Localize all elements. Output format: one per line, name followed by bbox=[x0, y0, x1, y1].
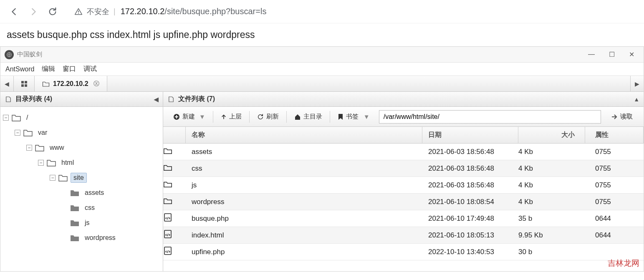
address-bar[interactable]: 不安全 | 172.20.10.2/site/busque.php?buscar… bbox=[74, 7, 636, 17]
svg-rect-6 bbox=[25, 84, 27, 87]
tab-close-icon[interactable]: ⓧ bbox=[93, 80, 99, 88]
file-attr: 0644 bbox=[585, 214, 644, 223]
collapse-left-icon[interactable]: ◀ bbox=[154, 96, 159, 103]
tree-node[interactable]: −html bbox=[3, 155, 160, 170]
tab-label: 172.20.10.2 bbox=[53, 80, 88, 88]
home-icon bbox=[294, 114, 301, 120]
file-date: 2021-06-10 18:05:13 bbox=[422, 231, 518, 240]
read-button[interactable]: 读取 bbox=[605, 110, 639, 123]
table-row[interactable]: index.html2021-06-10 18:05:139.95 Kb0644 bbox=[163, 227, 644, 244]
file-icon bbox=[5, 96, 12, 103]
file-toolbar: 新建 ▼ 上层 刷新 主目录 bbox=[163, 107, 644, 127]
folder-icon bbox=[163, 179, 186, 191]
file-size: 4 Kb bbox=[518, 164, 585, 173]
directory-tree[interactable]: −/−var−www−html−siteassetscssjswordpress bbox=[0, 107, 163, 271]
menu-window[interactable]: 窗口 bbox=[63, 65, 76, 73]
col-size[interactable]: 大小 bbox=[518, 127, 585, 143]
file-attr: 0755 bbox=[585, 164, 644, 173]
tree-node[interactable]: wordpress bbox=[3, 230, 160, 245]
table-row[interactable]: css2021-06-03 18:56:484 Kb0755 bbox=[163, 160, 644, 177]
bookmark-button[interactable]: 书签 ▼ bbox=[333, 110, 375, 123]
warning-triangle-icon bbox=[74, 8, 83, 16]
file-panel: 文件列表 (7) ▲ 新建 ▼ 上层 刷新 bbox=[163, 92, 644, 271]
table-row[interactable]: busque.php2021-06-10 17:49:4835 b0644 bbox=[163, 210, 644, 227]
tree-node[interactable]: css bbox=[3, 200, 160, 215]
tabs-grid-button[interactable] bbox=[14, 76, 35, 91]
file-date: 2021-06-10 18:08:54 bbox=[422, 198, 518, 206]
menu-bar: AntSword 编辑 窗口 调试 bbox=[0, 63, 644, 76]
up-button[interactable]: 上层 bbox=[216, 110, 247, 123]
file-name: wordpress bbox=[186, 198, 422, 206]
menu-edit[interactable]: 编辑 bbox=[42, 65, 55, 73]
table-row[interactable]: upfine.php2022-10-10 13:40:5330 b bbox=[163, 244, 644, 260]
tree-node-label: html bbox=[59, 158, 76, 167]
close-window-button[interactable]: ✕ bbox=[629, 50, 634, 58]
tree-toggle-icon[interactable]: − bbox=[50, 175, 56, 181]
tree-node[interactable]: −/ bbox=[3, 110, 160, 125]
title-bar: 中国蚁剑 — ☐ ✕ bbox=[0, 47, 644, 63]
tree-toggle-icon[interactable]: − bbox=[3, 115, 9, 121]
tabs-scroll-right[interactable]: ▶ bbox=[630, 76, 644, 91]
minimize-button[interactable]: — bbox=[588, 50, 595, 58]
col-attr[interactable]: 属性 bbox=[585, 127, 644, 143]
tab-host[interactable]: 172.20.10.2 ⓧ bbox=[35, 76, 107, 91]
tree-node-label: css bbox=[82, 203, 97, 212]
folder-icon bbox=[70, 204, 80, 212]
tree-node-label: wordpress bbox=[82, 233, 118, 242]
file-name: assets bbox=[186, 148, 422, 156]
tree-node[interactable]: −site bbox=[3, 170, 160, 185]
menu-brand[interactable]: AntSword bbox=[5, 66, 34, 73]
file-size: 35 b bbox=[518, 214, 585, 223]
new-button[interactable]: 新建 ▼ bbox=[168, 110, 210, 123]
forward-button[interactable] bbox=[28, 6, 39, 18]
folder-icon bbox=[70, 219, 80, 227]
table-row[interactable]: wordpress2021-06-10 18:08:544 Kb0755 bbox=[163, 194, 644, 210]
tree-node-label: assets bbox=[82, 188, 106, 197]
tabs-scroll-left[interactable]: ◀ bbox=[0, 76, 14, 91]
maximize-button[interactable]: ☐ bbox=[609, 50, 615, 58]
tree-node[interactable]: assets bbox=[3, 185, 160, 200]
refresh-button[interactable]: 刷新 bbox=[252, 110, 284, 123]
menu-debug[interactable]: 调试 bbox=[83, 65, 97, 73]
reload-button[interactable] bbox=[47, 6, 58, 18]
file-name: js bbox=[186, 181, 422, 189]
folder-icon bbox=[163, 163, 186, 174]
app-logo-icon bbox=[5, 50, 14, 59]
plus-circle-icon bbox=[173, 114, 180, 120]
directory-panel-title: 目录列表 (4) bbox=[15, 95, 52, 103]
col-name[interactable]: 名称 bbox=[186, 127, 422, 143]
path-input[interactable] bbox=[379, 110, 601, 124]
svg-rect-4 bbox=[25, 81, 27, 83]
file-name: upfine.php bbox=[186, 248, 422, 256]
window-title: 中国蚁剑 bbox=[17, 50, 588, 58]
tree-node[interactable]: −www bbox=[3, 140, 160, 155]
folder-icon bbox=[58, 174, 68, 182]
tree-node[interactable]: −var bbox=[3, 125, 160, 140]
tab-row: ◀ 172.20.10.2 ⓧ ▶ bbox=[0, 76, 644, 92]
tree-node-label: js bbox=[82, 218, 92, 227]
tree-toggle-icon[interactable]: − bbox=[38, 160, 44, 166]
folder-icon bbox=[11, 114, 21, 122]
folder-icon bbox=[70, 189, 80, 197]
table-row[interactable]: js2021-06-03 18:56:484 Kb0755 bbox=[163, 177, 644, 194]
folder-icon bbox=[163, 196, 186, 207]
home-button[interactable]: 主目录 bbox=[289, 110, 327, 123]
tree-node[interactable]: js bbox=[3, 215, 160, 230]
tree-toggle-icon[interactable]: − bbox=[26, 145, 32, 151]
file-date: 2021-06-10 17:49:48 bbox=[422, 214, 518, 223]
file-name: index.html bbox=[186, 231, 422, 240]
tree-node-label: www bbox=[47, 143, 67, 152]
tree-toggle-icon[interactable]: − bbox=[15, 130, 20, 136]
svg-rect-5 bbox=[21, 84, 24, 87]
back-button[interactable] bbox=[8, 6, 20, 18]
antsword-window: 中国蚁剑 — ☐ ✕ AntSword 编辑 窗口 调试 ◀ 172.20.10… bbox=[0, 46, 644, 272]
file-name: busque.php bbox=[186, 214, 422, 223]
collapse-up-icon[interactable]: ▲ bbox=[634, 96, 639, 103]
bookmark-icon bbox=[338, 114, 343, 120]
table-row[interactable]: assets2021-06-03 18:56:484 Kb0755 bbox=[163, 144, 644, 160]
folder-icon bbox=[70, 234, 80, 242]
url-text: 172.20.10.2/site/busque.php?buscar=ls bbox=[121, 7, 267, 16]
file-date: 2021-06-03 18:56:48 bbox=[422, 148, 518, 156]
col-date[interactable]: 日期 bbox=[422, 127, 518, 143]
file-attr: 0644 bbox=[585, 231, 644, 240]
